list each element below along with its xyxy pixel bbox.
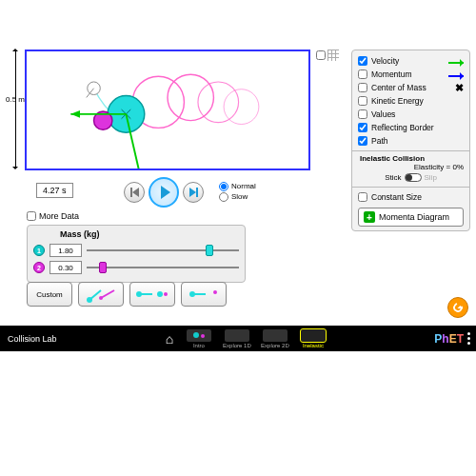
momentum-label: Momentum xyxy=(371,69,443,79)
more-data-checkbox[interactable] xyxy=(27,211,36,221)
reset-all-button[interactable] xyxy=(447,297,468,318)
menu-button[interactable] xyxy=(467,332,470,345)
play-button[interactable] xyxy=(149,177,179,208)
simulation-canvas xyxy=(27,51,308,169)
app-title: Collision Lab xyxy=(0,334,57,344)
step-forward-button[interactable] xyxy=(183,182,204,203)
svg-point-18 xyxy=(99,296,103,300)
play-icon xyxy=(161,186,170,199)
ball1-mass-slider[interactable] xyxy=(87,244,239,257)
svg-point-24 xyxy=(189,291,195,297)
constant-size-label: Constant Size xyxy=(371,192,464,202)
grid-checkbox[interactable] xyxy=(316,50,326,60)
svg-point-3 xyxy=(224,89,259,125)
speed-slow-label: Slow xyxy=(231,192,248,201)
speed-normal-radio[interactable] xyxy=(219,182,228,191)
speed-slow-radio[interactable] xyxy=(219,192,228,202)
svg-point-17 xyxy=(87,297,92,303)
more-data-label: More Data xyxy=(39,211,79,221)
grid-icon xyxy=(327,50,339,61)
ball2-mass-input[interactable] xyxy=(50,261,82,274)
ball2-icon: 2 xyxy=(33,262,45,273)
preset-4-button[interactable] xyxy=(181,282,227,307)
svg-point-22 xyxy=(164,292,168,296)
svg-line-16 xyxy=(101,290,114,298)
home-button[interactable]: ⌂ xyxy=(160,330,179,347)
stick-slip-toggle[interactable] xyxy=(405,173,422,182)
momentum-checkbox[interactable] xyxy=(358,69,367,79)
svg-marker-13 xyxy=(70,110,80,118)
values-checkbox[interactable] xyxy=(358,109,367,119)
values-label: Values xyxy=(371,109,464,119)
svg-point-2 xyxy=(198,82,239,123)
time-display: 4.27 s xyxy=(36,183,73,198)
svg-point-25 xyxy=(213,290,217,294)
ball2-mass-slider[interactable] xyxy=(87,261,239,274)
preset-3-button[interactable] xyxy=(129,282,175,307)
com-x-icon: ✖ xyxy=(446,82,464,94)
velocity-label: Velocity xyxy=(371,56,443,66)
preset-custom-button[interactable]: Custom xyxy=(27,282,72,307)
svg-point-20 xyxy=(136,291,142,297)
tab-intro[interactable]: Intro xyxy=(181,328,217,349)
tab-inelastic[interactable]: Inelastic xyxy=(295,328,331,349)
mass-heading: Mass (kg) xyxy=(33,229,239,239)
slip-label: Slip xyxy=(425,173,437,182)
plus-icon: + xyxy=(364,211,375,223)
y-axis-arrow xyxy=(15,50,16,169)
border-label: Reflecting Border xyxy=(371,123,464,132)
nav-bar: Collision Lab ⌂ Intro Explore 1D Explore… xyxy=(0,326,476,351)
path-checkbox[interactable] xyxy=(358,136,367,146)
phet-logo[interactable]: PhET xyxy=(434,332,464,346)
velocity-checkbox[interactable] xyxy=(358,56,367,66)
speed-normal-label: Normal xyxy=(231,182,256,190)
momenta-diagram-label: Momenta Diagram xyxy=(379,212,449,222)
mass-panel: Mass (kg) 1 2 xyxy=(27,225,246,283)
ke-checkbox[interactable] xyxy=(358,96,367,106)
constant-size-checkbox[interactable] xyxy=(358,192,367,202)
path-label: Path xyxy=(371,136,464,146)
border-checkbox[interactable] xyxy=(358,123,367,132)
simulation-area[interactable] xyxy=(25,50,310,170)
velocity-arrow-icon xyxy=(448,62,464,64)
preset-2-button[interactable] xyxy=(78,282,124,307)
tab-explore2d[interactable]: Explore 2D xyxy=(257,328,293,349)
ke-label: Kinetic Energy xyxy=(371,96,464,106)
inelastic-heading: Inelastic Collision xyxy=(358,154,464,163)
svg-point-21 xyxy=(157,291,163,297)
momenta-diagram-button[interactable]: + Momenta Diagram xyxy=(358,208,464,227)
ball1-icon: 1 xyxy=(33,245,45,256)
svg-point-1 xyxy=(168,74,213,120)
momentum-arrow-icon xyxy=(448,75,464,77)
com-label: Center of Mass xyxy=(371,83,443,92)
ball1-mass-input[interactable] xyxy=(50,244,82,257)
options-panel: Velocity Momentum Center of Mass✖ Kineti… xyxy=(351,50,470,231)
tab-explore1d[interactable]: Explore 1D xyxy=(219,328,255,349)
reset-icon xyxy=(451,301,465,314)
step-back-button[interactable] xyxy=(124,182,145,203)
stick-label: Stick xyxy=(385,173,401,182)
elasticity-value: Elasticity = 0% xyxy=(358,163,464,171)
com-checkbox[interactable] xyxy=(358,83,367,92)
